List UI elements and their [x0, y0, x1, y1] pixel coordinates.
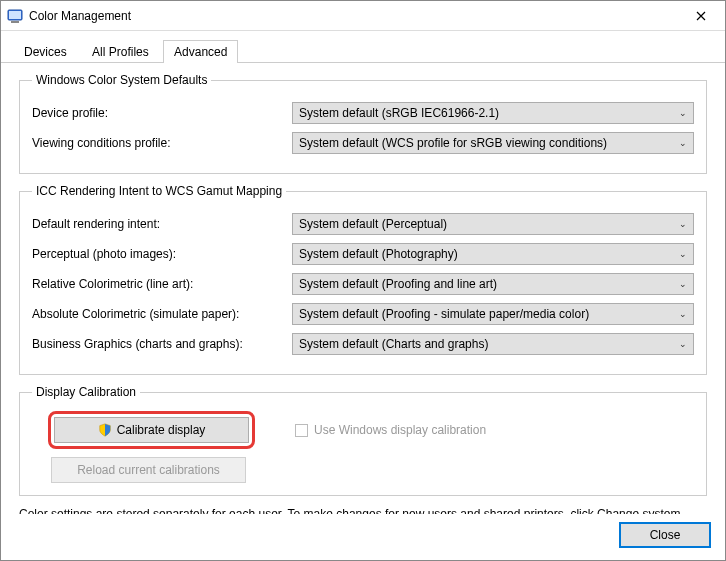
app-icon — [7, 8, 23, 24]
highlight-annotation: Calibrate display — [48, 411, 255, 449]
absolute-colorimetric-select[interactable]: System default (Proofing - simulate pape… — [292, 303, 694, 325]
viewing-conditions-select[interactable]: System default (WCS profile for sRGB vie… — [292, 132, 694, 154]
group-windows-color-defaults: Windows Color System Defaults Device pro… — [19, 73, 707, 174]
svg-rect-1 — [9, 11, 21, 19]
group-display-calibration: Display Calibration Calibrate display Us… — [19, 385, 707, 496]
use-windows-calibration-checkbox[interactable]: Use Windows display calibration — [295, 423, 486, 437]
absolute-colorimetric-label: Absolute Colorimetric (simulate paper): — [32, 307, 292, 321]
device-profile-select[interactable]: System default (sRGB IEC61966-2.1) ⌄ — [292, 102, 694, 124]
group-legend: Display Calibration — [32, 385, 140, 399]
device-profile-value: System default (sRGB IEC61966-2.1) — [299, 106, 679, 120]
chevron-down-icon: ⌄ — [679, 309, 687, 319]
tab-content: Windows Color System Defaults Device pro… — [1, 63, 725, 514]
relative-colorimetric-value: System default (Proofing and line art) — [299, 277, 679, 291]
window-title: Color Management — [29, 9, 681, 23]
perceptual-value: System default (Photography) — [299, 247, 679, 261]
reload-calibrations-button[interactable]: Reload current calibrations — [51, 457, 246, 483]
business-graphics-select[interactable]: System default (Charts and graphs) ⌄ — [292, 333, 694, 355]
chevron-down-icon: ⌄ — [679, 219, 687, 229]
group-legend: ICC Rendering Intent to WCS Gamut Mappin… — [32, 184, 286, 198]
chevron-down-icon: ⌄ — [679, 279, 687, 289]
reload-calibrations-label: Reload current calibrations — [77, 463, 220, 477]
color-management-window: Color Management Devices All Profiles Ad… — [0, 0, 726, 561]
chevron-down-icon: ⌄ — [679, 339, 687, 349]
tab-advanced[interactable]: Advanced — [163, 40, 238, 63]
business-graphics-label: Business Graphics (charts and graphs): — [32, 337, 292, 351]
device-profile-label: Device profile: — [32, 106, 292, 120]
group-legend: Windows Color System Defaults — [32, 73, 211, 87]
dialog-footer: Close — [1, 514, 725, 560]
chevron-down-icon: ⌄ — [679, 138, 687, 148]
shield-icon — [98, 423, 112, 437]
default-rendering-intent-select[interactable]: System default (Perceptual) ⌄ — [292, 213, 694, 235]
relative-colorimetric-label: Relative Colorimetric (line art): — [32, 277, 292, 291]
use-windows-calibration-label: Use Windows display calibration — [314, 423, 486, 437]
calibrate-display-button[interactable]: Calibrate display — [54, 417, 249, 443]
calibrate-display-label: Calibrate display — [117, 423, 206, 437]
close-button[interactable]: Close — [619, 522, 711, 548]
close-button-label: Close — [650, 528, 681, 542]
group-icc-rendering-intent: ICC Rendering Intent to WCS Gamut Mappin… — [19, 184, 707, 375]
default-rendering-intent-label: Default rendering intent: — [32, 217, 292, 231]
tab-strip: Devices All Profiles Advanced — [1, 31, 725, 63]
viewing-conditions-value: System default (WCS profile for sRGB vie… — [299, 136, 679, 150]
relative-colorimetric-select[interactable]: System default (Proofing and line art) ⌄ — [292, 273, 694, 295]
perceptual-select[interactable]: System default (Photography) ⌄ — [292, 243, 694, 265]
tab-devices[interactable]: Devices — [13, 40, 78, 63]
chevron-down-icon: ⌄ — [679, 249, 687, 259]
perceptual-label: Perceptual (photo images): — [32, 247, 292, 261]
svg-rect-2 — [11, 21, 19, 23]
business-graphics-value: System default (Charts and graphs) — [299, 337, 679, 351]
window-close-button[interactable] — [681, 2, 721, 30]
chevron-down-icon: ⌄ — [679, 108, 687, 118]
tab-all-profiles[interactable]: All Profiles — [81, 40, 160, 63]
absolute-colorimetric-value: System default (Proofing - simulate pape… — [299, 307, 679, 321]
settings-note: Color settings are stored separately for… — [19, 506, 707, 514]
default-rendering-intent-value: System default (Perceptual) — [299, 217, 679, 231]
titlebar: Color Management — [1, 1, 725, 31]
viewing-conditions-label: Viewing conditions profile: — [32, 136, 292, 150]
checkbox-icon — [295, 424, 308, 437]
